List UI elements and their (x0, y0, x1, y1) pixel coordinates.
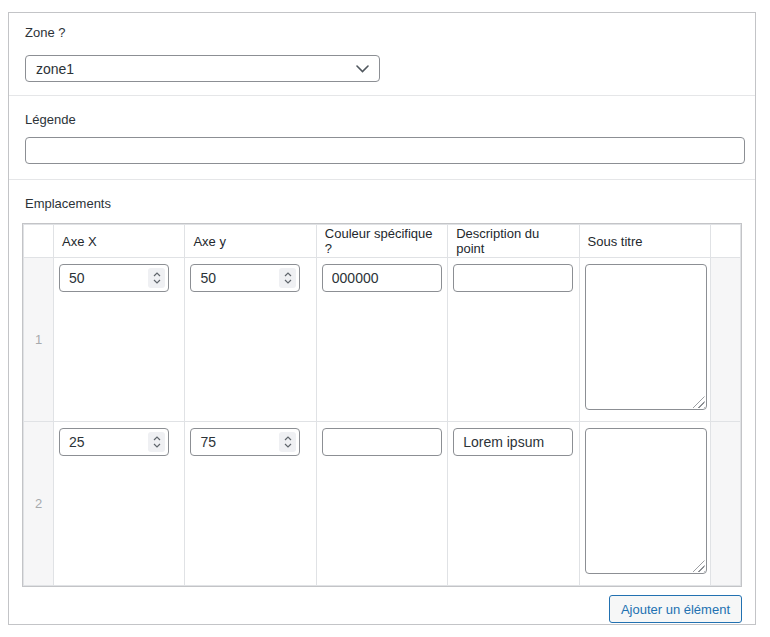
sous-titre-textarea[interactable] (585, 264, 707, 410)
row-order-handle[interactable]: 2 (24, 422, 54, 586)
chevron-up-icon (284, 272, 292, 277)
chevron-up-icon (153, 272, 161, 277)
chevron-up-icon (284, 436, 292, 441)
header-actions-column (711, 225, 741, 258)
zone-select-value: zone1 (36, 61, 74, 77)
legende-label: Légende (25, 112, 745, 127)
zone-section: Zone ? zone1 (9, 13, 755, 95)
zone-select[interactable]: zone1 (25, 55, 380, 82)
number-stepper[interactable] (148, 432, 165, 452)
number-stepper[interactable] (279, 268, 296, 288)
row-order-handle[interactable]: 1 (24, 258, 54, 422)
chevron-down-icon (284, 279, 292, 284)
description-input[interactable] (453, 264, 573, 292)
legende-section: Légende (9, 95, 755, 179)
chevron-down-icon (356, 65, 369, 73)
chevron-down-icon (284, 443, 292, 448)
repeater-table: Axe X Axe y Couleur spécifique ? Descrip… (22, 223, 742, 587)
add-element-button[interactable]: Ajouter un élément (609, 595, 742, 623)
description-input[interactable] (453, 428, 573, 456)
header-axe-x: Axe X (54, 225, 185, 258)
emplacements-section: Emplacements Axe X Axe y Couleur spécifi… (9, 179, 755, 630)
chevron-down-icon (153, 279, 161, 284)
zone-label: Zone ? (25, 25, 741, 40)
sous-titre-textarea[interactable] (585, 428, 707, 574)
header-axe-y: Axe y (185, 225, 316, 258)
header-couleur: Couleur spécifique ? (316, 225, 447, 258)
chevron-up-icon (153, 436, 161, 441)
table-footer: Ajouter un élément (22, 595, 742, 623)
number-stepper[interactable] (148, 268, 165, 288)
couleur-input[interactable] (322, 428, 442, 456)
couleur-input[interactable] (322, 264, 442, 292)
legende-input[interactable] (25, 137, 745, 164)
table-row: 1 (24, 258, 741, 422)
row-actions-cell[interactable] (711, 258, 741, 422)
row-actions-cell[interactable] (711, 422, 741, 586)
header-row: Axe X Axe y Couleur spécifique ? Descrip… (24, 225, 741, 258)
header-sous-titre: Sous titre (579, 225, 710, 258)
emplacements-label: Emplacements (25, 196, 742, 211)
form-panel: Zone ? zone1 Légende Emplacements Axe X … (8, 12, 756, 625)
header-order-column (24, 225, 54, 258)
header-description: Description du point (448, 225, 579, 258)
chevron-down-icon (153, 443, 161, 448)
number-stepper[interactable] (279, 432, 296, 452)
table-row: 2 (24, 422, 741, 586)
